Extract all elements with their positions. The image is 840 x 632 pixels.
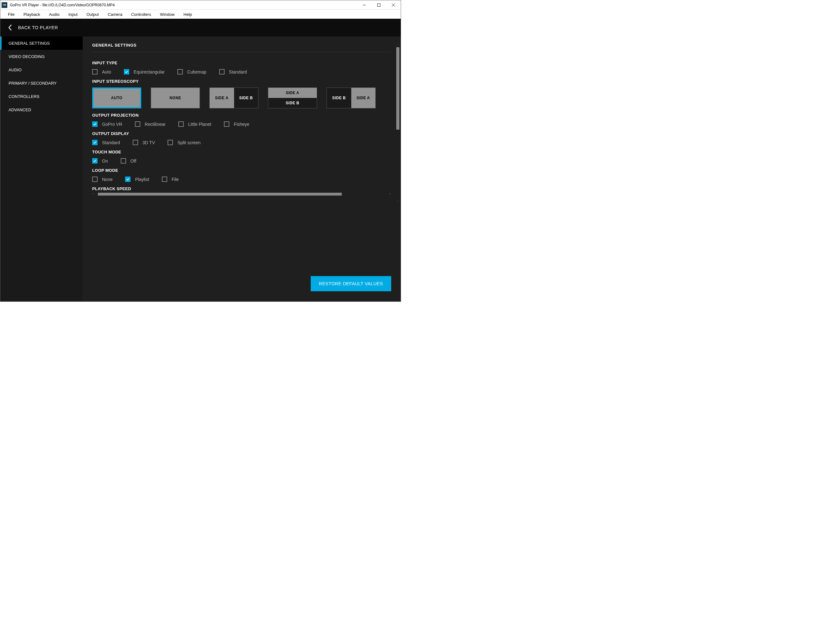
section-title-output-projection: OUTPUT PROJECTION bbox=[92, 113, 391, 117]
restore-defaults-button[interactable]: RESTORE DEFAULT VALUES bbox=[311, 276, 391, 291]
menu-audio[interactable]: Audio bbox=[45, 11, 64, 18]
checkbox-loop-playlist[interactable]: Playlist bbox=[125, 177, 149, 182]
input-type-options: Auto Equirectangular Cubemap Standard bbox=[92, 69, 391, 74]
checkbox-projection-little-planet[interactable]: Little Planet bbox=[178, 121, 211, 127]
menu-help[interactable]: Help bbox=[179, 11, 196, 18]
tile-side-b: SIDE B bbox=[286, 101, 299, 105]
section-title-touch-mode: TOUCH MODE bbox=[92, 150, 391, 154]
menu-output[interactable]: Output bbox=[82, 11, 103, 18]
stereo-tile-auto[interactable]: AUTO bbox=[92, 87, 141, 108]
menu-controllers[interactable]: Controllers bbox=[127, 11, 156, 18]
window-controls bbox=[357, 0, 401, 10]
sidebar-item-label: GENERAL SETTINGS bbox=[9, 41, 50, 46]
checkbox-label: 3D TV bbox=[142, 140, 155, 145]
sidebar-item-audio[interactable]: AUDIO bbox=[0, 63, 83, 76]
stereo-tile-right-left[interactable]: SIDE B SIDE A bbox=[327, 87, 376, 108]
stereoscopy-options: AUTO NONE SIDE A SIDE B SIDE A SIDE B SI… bbox=[92, 87, 391, 108]
checkbox-input-auto[interactable]: Auto bbox=[92, 69, 111, 74]
scroll-up-arrow-icon[interactable]: ˄ bbox=[396, 43, 400, 47]
stereo-tile-top-bottom[interactable]: SIDE A SIDE B bbox=[268, 87, 317, 108]
output-projection-options: GoPro VR Rectilinear Little Planet Fishe… bbox=[92, 121, 391, 127]
checkbox-label: Playlist bbox=[135, 177, 149, 182]
stereo-tile-left-right[interactable]: SIDE A SIDE B bbox=[209, 87, 259, 108]
window-title: GoPro VR Player - file:///D:/LO4D.com/Vi… bbox=[10, 3, 115, 7]
scroll-right-arrow-icon[interactable]: › bbox=[390, 192, 390, 195]
checkbox-label: On bbox=[102, 158, 108, 163]
checkbox-label: Equirectangular bbox=[134, 70, 165, 74]
tile-label: AUTO bbox=[111, 96, 123, 100]
back-label: BACK TO PLAYER bbox=[18, 25, 58, 30]
settings-main: GENERAL SETTINGS ˄ ˅ INPUT TYPE Auto Equ… bbox=[83, 36, 401, 301]
checkbox-loop-file[interactable]: File bbox=[162, 177, 179, 182]
sidebar-item-video-decoding[interactable]: VIDEO DECODING bbox=[0, 50, 83, 63]
menu-window[interactable]: Window bbox=[156, 11, 179, 18]
checkbox-projection-gopro-vr[interactable]: GoPro VR bbox=[92, 121, 122, 127]
section-title-output-display: OUTPUT DISPLAY bbox=[92, 131, 391, 136]
checkbox-display-3dtv[interactable]: 3D TV bbox=[133, 140, 155, 145]
sidebar-item-primary-secondary[interactable]: PRIMARY / SECONDARY bbox=[0, 76, 83, 90]
footer: RESTORE DEFAULT VALUES bbox=[83, 268, 401, 301]
touch-mode-options: On Off bbox=[92, 158, 391, 163]
checkbox-label: Auto bbox=[102, 70, 111, 74]
checkbox-input-equirectangular[interactable]: Equirectangular bbox=[124, 69, 165, 74]
checkbox-label: GoPro VR bbox=[102, 122, 122, 127]
minimize-button[interactable] bbox=[357, 0, 371, 10]
checkbox-label: Standard bbox=[229, 70, 247, 74]
checkbox-input-standard[interactable]: Standard bbox=[219, 69, 247, 74]
menubar: File Playback Audio Input Output Camera … bbox=[0, 10, 401, 19]
checkbox-label: Standard bbox=[102, 140, 120, 145]
sidebar-item-label: PRIMARY / SECONDARY bbox=[9, 81, 57, 86]
checkbox-label: File bbox=[172, 177, 179, 182]
app-icon: VR bbox=[2, 2, 7, 8]
tile-side-b: SIDE B bbox=[239, 96, 253, 100]
stereo-tile-none[interactable]: NONE bbox=[151, 87, 200, 108]
sidebar-item-controllers[interactable]: CONTROLLERS bbox=[0, 90, 83, 103]
loop-mode-options: None Playlist File bbox=[92, 177, 391, 182]
maximize-button[interactable] bbox=[371, 0, 386, 10]
chevron-left-icon bbox=[8, 24, 13, 31]
checkbox-display-standard[interactable]: Standard bbox=[92, 140, 120, 145]
checkbox-label: Off bbox=[131, 158, 136, 163]
tile-side-a: SIDE A bbox=[215, 96, 229, 100]
checkbox-label: Fisheye bbox=[234, 122, 249, 127]
menu-playback[interactable]: Playback bbox=[19, 11, 45, 18]
sidebar-item-label: VIDEO DECODING bbox=[9, 54, 45, 59]
menu-input[interactable]: Input bbox=[64, 11, 82, 18]
menu-file[interactable]: File bbox=[3, 11, 19, 18]
checkbox-projection-rectilinear[interactable]: Rectilinear bbox=[135, 121, 166, 127]
output-display-options: Standard 3D TV Split screen bbox=[92, 140, 391, 145]
checkbox-touch-off[interactable]: Off bbox=[121, 158, 136, 163]
titlebar: VR GoPro VR Player - file:///D:/LO4D.com… bbox=[0, 0, 401, 10]
section-title-input-stereoscopy: INPUT STEREOSCOPY bbox=[92, 79, 391, 84]
divider bbox=[92, 52, 391, 52]
app-content: LO4D.com LO4D.com LO4D.com BACK TO PLAYE… bbox=[0, 19, 401, 301]
checkbox-label: Rectilinear bbox=[145, 122, 166, 127]
sidebar-item-label: AUDIO bbox=[9, 68, 22, 72]
sidebar-item-label: CONTROLLERS bbox=[9, 94, 39, 99]
sidebar-item-label: ADVANCED bbox=[9, 108, 31, 112]
checkbox-display-split-screen[interactable]: Split screen bbox=[167, 140, 201, 145]
menu-camera[interactable]: Camera bbox=[103, 11, 127, 18]
scroll-area: INPUT TYPE Auto Equirectangular Cubemap … bbox=[83, 56, 401, 268]
close-button[interactable] bbox=[386, 0, 401, 10]
checkbox-projection-fisheye[interactable]: Fisheye bbox=[224, 121, 249, 127]
tile-side-a: SIDE A bbox=[356, 96, 370, 100]
sidebar-item-advanced[interactable]: ADVANCED bbox=[0, 103, 83, 116]
sidebar-item-general[interactable]: GENERAL SETTINGS bbox=[0, 36, 83, 50]
section-title-loop-mode: LOOP MODE bbox=[92, 168, 391, 173]
tile-side-b: SIDE B bbox=[332, 96, 346, 100]
horizontal-scrollbar[interactable]: ‹ › bbox=[92, 192, 391, 196]
section-title-input-type: INPUT TYPE bbox=[92, 60, 391, 65]
scrollbar-thumb[interactable] bbox=[98, 193, 342, 196]
section-title-playback-speed: PLAYBACK SPEED bbox=[92, 186, 391, 191]
back-to-player-button[interactable]: BACK TO PLAYER bbox=[0, 19, 401, 36]
checkbox-input-cubemap[interactable]: Cubemap bbox=[177, 69, 207, 74]
scroll-left-arrow-icon[interactable]: ‹ bbox=[93, 192, 94, 195]
tile-side-a: SIDE A bbox=[286, 91, 299, 95]
checkbox-label: None bbox=[102, 177, 112, 182]
checkbox-loop-none[interactable]: None bbox=[92, 177, 112, 182]
checkbox-touch-on[interactable]: On bbox=[92, 158, 108, 163]
checkbox-label: Split screen bbox=[177, 140, 201, 145]
checkbox-label: Cubemap bbox=[187, 70, 207, 74]
svg-rect-1 bbox=[377, 3, 381, 6]
